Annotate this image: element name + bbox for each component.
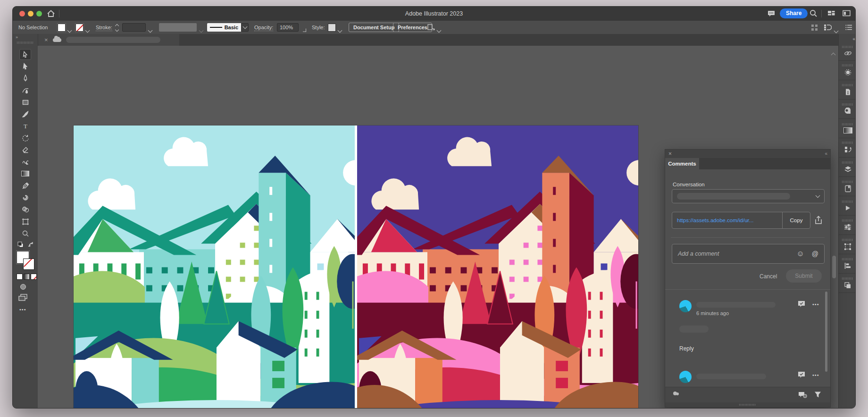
transform-panel-button[interactable] (839, 235, 856, 254)
fill-swatch[interactable] (58, 24, 66, 32)
share-button[interactable]: Share (780, 8, 808, 18)
properties-panel-button[interactable] (839, 216, 856, 235)
brush-chevron[interactable] (241, 23, 249, 32)
submit-button[interactable]: Submit (786, 269, 822, 283)
panel-options-icon[interactable] (427, 24, 435, 33)
symbols-panel-button[interactable] (839, 138, 856, 158)
shape-builder-tool[interactable] (19, 204, 31, 215)
panel-dock: « (838, 34, 856, 409)
artwork-right-half (357, 125, 638, 409)
eraser-tool[interactable] (19, 144, 31, 155)
edit-toolbar-ellipsis[interactable]: ••• (19, 307, 26, 312)
color-gradient-none-toggle[interactable] (17, 274, 37, 280)
control-bar: No Selection Stroke: Basic Opacity: 100%… (13, 21, 855, 34)
document-setup-button[interactable]: Document Setup (349, 23, 399, 32)
libraries-panel-button[interactable] (839, 177, 856, 196)
zoom-tool[interactable] (19, 228, 31, 239)
scroll-up-arrow[interactable] (832, 50, 836, 55)
toolbar-grip[interactable] (17, 42, 33, 44)
draw-mode-icon[interactable] (19, 283, 27, 292)
mention-icon[interactable]: @ (812, 250, 818, 258)
comments-bubble-icon[interactable] (767, 9, 776, 18)
preferences-button[interactable]: Preferences (393, 23, 432, 32)
opacity-field[interactable]: 100% (277, 23, 299, 32)
search-icon[interactable] (809, 9, 818, 18)
add-comment-input[interactable]: Add a comment ☺ @ (672, 244, 825, 264)
gradient-tool[interactable] (19, 168, 31, 179)
swatches-panel-button[interactable] (839, 100, 856, 119)
panel-collapse-icon[interactable]: « (825, 151, 826, 156)
pathfinder-panel-button[interactable] (839, 274, 856, 293)
links-panel-button[interactable] (839, 42, 856, 61)
arrange-documents-chevron[interactable] (835, 26, 838, 34)
stroke-weight-stepper[interactable] (116, 25, 118, 31)
artboard[interactable] (74, 125, 638, 409)
default-fill-stroke-icon[interactable] (17, 242, 24, 250)
opacity-more-chevron[interactable] (300, 25, 309, 34)
selection-tool[interactable] (19, 49, 31, 60)
share-url[interactable]: https://assets.adobe.com/id/ur... (672, 217, 782, 223)
emoji-icon[interactable]: ☺ (796, 250, 804, 258)
shaper-tool[interactable] (19, 156, 31, 167)
direct-selection-tool[interactable] (19, 61, 31, 72)
style-swatch[interactable] (328, 24, 336, 32)
vertical-scrollbar-thumb[interactable] (832, 256, 836, 278)
filter-comments-icon[interactable] (814, 391, 821, 400)
stroke-weight-chevron[interactable] (149, 25, 152, 34)
rectangle-tool[interactable] (19, 97, 31, 108)
color-panel-button[interactable] (839, 61, 856, 80)
app-window: Adobe Illustrator 2023 Share No Selectio… (12, 6, 856, 409)
document-tab[interactable]: × (38, 34, 179, 46)
stroke-label[interactable]: Stroke: (96, 25, 112, 31)
resolve-comment-icon[interactable] (797, 371, 806, 381)
workspace-list-icon[interactable] (845, 24, 853, 33)
stroke-swatch-large[interactable] (23, 259, 34, 270)
document-info-panel-button[interactable] (839, 80, 856, 100)
arrange-windows-icon[interactable] (842, 9, 851, 18)
curvature-tool[interactable] (19, 85, 31, 96)
comments-scrollbar-thumb[interactable] (825, 292, 827, 372)
dock-collapse-icon[interactable]: « (839, 34, 856, 42)
twirl-tool[interactable] (19, 192, 31, 203)
panel-resize-grip[interactable] (665, 402, 830, 407)
actions-panel-button[interactable] (839, 196, 856, 216)
close-panel-icon[interactable]: × (668, 150, 672, 157)
conversation-select[interactable] (672, 189, 825, 203)
opacity-label[interactable]: Opacity: (254, 25, 273, 31)
stroke-none-swatch[interactable] (75, 24, 83, 32)
gradient-panel-button[interactable] (839, 119, 856, 138)
swap-fill-stroke-icon[interactable] (28, 242, 34, 250)
resolve-comment-icon[interactable] (797, 300, 806, 310)
share-link-icon[interactable] (814, 216, 823, 227)
pen-tool[interactable] (19, 73, 31, 83)
panel-options-chevron[interactable] (437, 25, 441, 34)
brush-definition-field[interactable]: Basic (207, 23, 241, 32)
layers-panel-button[interactable] (839, 158, 856, 177)
tab-comments[interactable]: Comments (665, 158, 699, 169)
fill-dropdown-chevron[interactable] (68, 25, 71, 34)
show-comments-icon[interactable] (798, 391, 808, 401)
workspace-switcher-icon[interactable] (827, 9, 836, 18)
style-chevron[interactable] (338, 25, 342, 34)
stroke-weight-field[interactable] (122, 23, 146, 32)
toolbar-expand-icon[interactable]: » (16, 35, 17, 40)
cancel-button[interactable]: Cancel (760, 273, 777, 280)
touch-workspace-icon[interactable] (811, 24, 818, 33)
align-panel-button[interactable] (839, 254, 856, 274)
comment-more-icon[interactable]: ••• (812, 372, 819, 378)
type-tool[interactable]: T (19, 120, 31, 131)
variable-width-chevron (200, 25, 203, 34)
arrange-documents-icon[interactable] (823, 24, 832, 33)
comment-more-icon[interactable]: ••• (812, 301, 819, 307)
style-label: Style: (312, 25, 325, 30)
stroke-dropdown-chevron[interactable] (86, 25, 89, 34)
screen-mode-icon[interactable] (18, 293, 28, 303)
reply-link[interactable]: Reply (679, 345, 694, 352)
rotate-tool[interactable] (19, 133, 31, 143)
paintbrush-tool[interactable] (19, 108, 31, 119)
copy-button[interactable]: Copy (782, 212, 810, 228)
comments-panel-header[interactable]: × « (665, 150, 830, 158)
artboard-tool[interactable] (19, 216, 31, 227)
close-tab-icon[interactable]: × (44, 36, 48, 43)
eyedropper-tool[interactable] (19, 180, 31, 191)
